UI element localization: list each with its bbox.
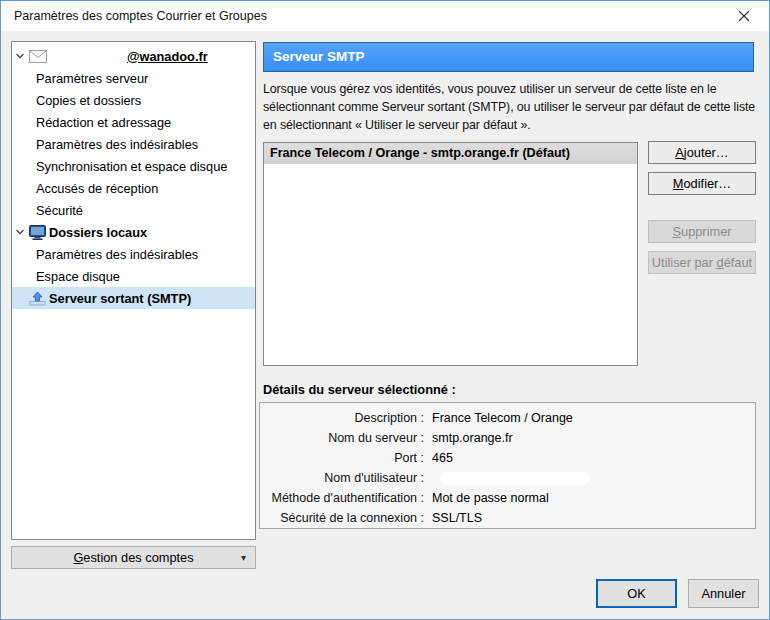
computer-icon bbox=[29, 225, 46, 240]
detail-row-username: Nom d'utilisateur : bbox=[260, 468, 755, 488]
page-title: Serveur SMTP bbox=[263, 42, 754, 72]
detail-row-auth-method: Méthode d'authentification : Mot de pass… bbox=[260, 488, 755, 508]
sidebar-item-synchronisation[interactable]: Synchronisation et espace disque bbox=[12, 155, 255, 177]
account-actions-label: Gestion des comptes bbox=[73, 550, 193, 565]
smtp-server-list[interactable]: France Telecom / Orange - smtp.orange.fr… bbox=[263, 142, 638, 366]
sidebar-item-accuses-reception[interactable]: Accusés de réception bbox=[12, 177, 255, 199]
sidebar-item-parametres-serveur[interactable]: Paramètres serveur bbox=[12, 67, 255, 89]
sidebar-item-label: Dossiers locaux bbox=[49, 225, 147, 240]
detail-value: Mot de passe normal bbox=[432, 491, 549, 505]
sidebar-item-copies-dossiers[interactable]: Copies et dossiers bbox=[12, 89, 255, 111]
detail-label: Description : bbox=[260, 411, 424, 425]
cancel-button[interactable]: Annuler bbox=[688, 579, 759, 608]
sidebar-item-indesirables-locaux[interactable]: Paramètres des indésirables bbox=[12, 243, 255, 265]
detail-label: Méthode d'authentification : bbox=[260, 491, 424, 505]
chevron-down-icon[interactable] bbox=[15, 227, 25, 237]
detail-label: Nom du serveur : bbox=[260, 431, 424, 445]
server-details-panel: Description : France Telecom / Orange No… bbox=[259, 402, 756, 529]
smtp-server-list-item[interactable]: France Telecom / Orange - smtp.orange.fr… bbox=[264, 143, 637, 164]
sidebar-item-label: Paramètres des indésirables bbox=[36, 247, 198, 262]
detail-value: smtp.orange.fr bbox=[432, 431, 513, 445]
mail-icon bbox=[29, 50, 47, 63]
chevron-down-icon[interactable] bbox=[15, 51, 25, 61]
set-default-server-button: Utiliser par défaut bbox=[648, 251, 756, 274]
detail-value: France Telecom / Orange bbox=[432, 411, 573, 425]
details-heading: Détails du serveur sélectionné : bbox=[263, 382, 456, 397]
detail-row-connection-security: Sécurité de la connexion : SSL/TLS bbox=[260, 508, 755, 528]
detail-row-server-name: Nom du serveur : smtp.orange.fr bbox=[260, 428, 755, 448]
sidebar-item-label: Serveur sortant (SMTP) bbox=[49, 291, 191, 306]
detail-label: Nom d'utilisateur : bbox=[260, 471, 424, 485]
sidebar-item-serveur-sortant-smtp[interactable]: Serveur sortant (SMTP) bbox=[12, 287, 255, 309]
close-button[interactable] bbox=[723, 1, 765, 30]
detail-label: Sécurité de la connexion : bbox=[260, 511, 424, 525]
detail-value: 465 bbox=[432, 451, 453, 465]
remove-server-button: Supprimer bbox=[648, 220, 756, 243]
sidebar-item-label: Rédaction et adressage bbox=[36, 115, 171, 130]
sidebar-item-indesirables[interactable]: Paramètres des indésirables bbox=[12, 133, 255, 155]
smtp-description: Lorsque vous gérez vos identités, vous p… bbox=[263, 80, 759, 134]
title-bar: Paramètres des comptes Courrier et Group… bbox=[1, 1, 769, 31]
sidebar-item-espace-disque[interactable]: Espace disque bbox=[12, 265, 255, 287]
detail-row-port: Port : 465 bbox=[260, 448, 755, 468]
send-up-arrow-icon bbox=[29, 291, 46, 306]
close-icon bbox=[738, 10, 750, 22]
sidebar-item-label: Copies et dossiers bbox=[36, 93, 141, 108]
ok-button[interactable]: OK bbox=[596, 579, 677, 608]
add-server-button[interactable]: Ajouter… bbox=[648, 141, 756, 164]
detail-value: SSL/TLS bbox=[432, 511, 482, 525]
account-actions-button[interactable]: Gestion des comptes ▾ bbox=[11, 546, 256, 569]
window-title: Paramètres des comptes Courrier et Group… bbox=[14, 1, 267, 31]
redacted-username bbox=[440, 472, 590, 485]
sidebar-item-label: Espace disque bbox=[36, 269, 120, 284]
detail-label: Port : bbox=[260, 451, 424, 465]
sidebar-item-label: Sécurité bbox=[36, 203, 83, 218]
sidebar-item-label: Paramètres serveur bbox=[36, 71, 148, 86]
sidebar-item-label: Synchronisation et espace disque bbox=[36, 159, 227, 174]
edit-server-button[interactable]: Modifier… bbox=[648, 172, 756, 195]
sidebar-item-account-wanadoo[interactable]: @wanadoo.fr bbox=[12, 45, 255, 67]
sidebar-item-securite[interactable]: Sécurité bbox=[12, 199, 255, 221]
sidebar-item-dossiers-locaux[interactable]: Dossiers locaux bbox=[12, 221, 255, 243]
account-name-label: @wanadoo.fr bbox=[127, 49, 208, 64]
detail-row-description: Description : France Telecom / Orange bbox=[260, 408, 755, 428]
dropdown-arrow-icon: ▾ bbox=[241, 547, 246, 568]
sidebar-item-redaction-adressage[interactable]: Rédaction et adressage bbox=[12, 111, 255, 133]
account-tree: @wanadoo.fr Paramètres serveur Copies et… bbox=[11, 41, 256, 540]
account-settings-dialog: Paramètres des comptes Courrier et Group… bbox=[0, 0, 770, 620]
sidebar-item-label: Paramètres des indésirables bbox=[36, 137, 198, 152]
sidebar-item-label: Accusés de réception bbox=[36, 181, 158, 196]
